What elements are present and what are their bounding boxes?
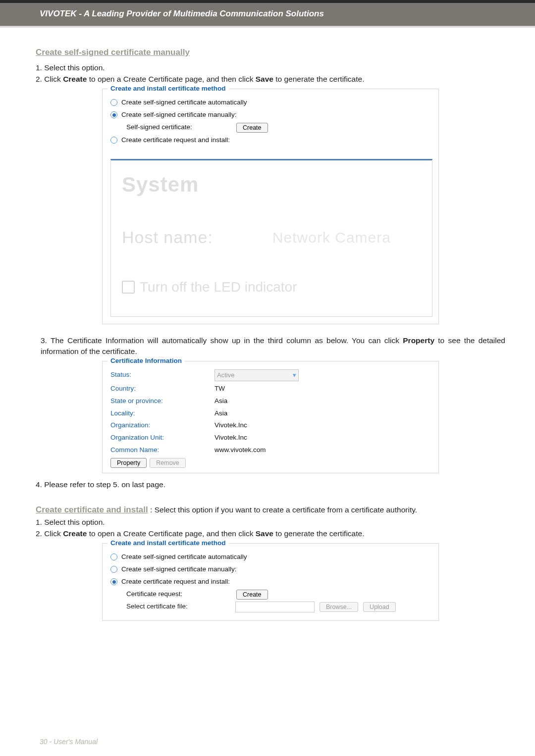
section1-step3: 3. The Certificate Information will auto… bbox=[41, 335, 505, 356]
radio-request-install2-label: Create certificate request and install: bbox=[121, 577, 230, 587]
section1-step4: 4. Please refer to step 5. on last page. bbox=[36, 479, 505, 490]
section2-step1: 1. Select this option. bbox=[36, 517, 505, 528]
section2-step2: 2. Click Create to open a Create Certifi… bbox=[36, 528, 505, 539]
page-header: VIVOTEK - A Leading Provider of Multimed… bbox=[0, 0, 535, 28]
self-signed-label: Self-signed certificate: bbox=[126, 123, 230, 132]
radio-auto2-label: Create self-signed certificate automatic… bbox=[121, 553, 247, 562]
cert-label: Status: bbox=[110, 370, 214, 380]
s2s2b: Create bbox=[63, 529, 87, 538]
self-signed-sub-row: Self-signed certificate: Create bbox=[126, 123, 432, 133]
file-path-input[interactable] bbox=[235, 602, 315, 612]
page-body: Create self-signed certificate manually … bbox=[0, 28, 535, 633]
cert-request-row: Certificate request: Create bbox=[126, 590, 432, 600]
chevron-down-icon: ▾ bbox=[293, 371, 296, 380]
page-footer: 30 - User's Manual bbox=[40, 737, 98, 747]
wm-host-label: Host name: bbox=[122, 226, 213, 250]
s1s2c: to open a Create Certificate page, and t… bbox=[87, 75, 255, 83]
cert-row-country: Country: TW bbox=[110, 384, 431, 394]
radio-request-install[interactable]: Create certificate request and install: bbox=[110, 136, 432, 145]
radio-icon-selected bbox=[110, 578, 117, 585]
s3b: Property bbox=[403, 336, 434, 345]
wm-led-label: Turn off the LED indicator bbox=[140, 277, 297, 297]
radio-icon bbox=[110, 99, 117, 106]
radio-auto[interactable]: Create self-signed certificate automatic… bbox=[110, 98, 432, 107]
cert-buttons-row: Property Remove bbox=[110, 458, 431, 468]
s3a: 3. The Certificate Information will auto… bbox=[41, 336, 403, 345]
cert-label: State or province: bbox=[110, 397, 214, 406]
select-file-row: Select certificate file: Browse... Uploa… bbox=[126, 602, 432, 612]
radio-manual[interactable]: Create self-signed certificate manually: bbox=[110, 110, 432, 120]
select-file-label: Select certificate file: bbox=[126, 602, 230, 611]
radio-manual2-label: Create self-signed certificate manually: bbox=[121, 565, 237, 574]
cert-value: TW bbox=[214, 384, 225, 394]
status-dropdown[interactable]: Active ▾ bbox=[214, 369, 299, 381]
status-value: Active bbox=[217, 371, 234, 380]
fieldset1-legend: Create and install certificate method bbox=[107, 84, 229, 94]
certificate-information-fieldset: Certificate Information Status: Active ▾… bbox=[102, 361, 439, 474]
s1s2e: to generate the certificate. bbox=[273, 75, 365, 83]
cert-label: Country: bbox=[110, 384, 214, 394]
remove-button[interactable]: Remove bbox=[150, 458, 186, 468]
radio-icon-selected bbox=[110, 111, 117, 118]
cert-value: Asia bbox=[214, 397, 227, 406]
radio-icon bbox=[110, 554, 117, 560]
section2-title: Create certificate and install bbox=[36, 505, 148, 514]
cert-row-state: State or province: Asia bbox=[110, 397, 431, 406]
wm-led-checkbox-row: Turn off the LED indicator bbox=[122, 277, 421, 297]
section1-step1: 1. Select this option. bbox=[36, 62, 505, 73]
cert-label: Organization Unit: bbox=[110, 433, 214, 443]
section2-desc: : Select this option if you want to crea… bbox=[148, 505, 417, 514]
create-button2[interactable]: Create bbox=[236, 590, 268, 600]
s1s2d: Save bbox=[256, 75, 273, 83]
checkbox-icon bbox=[122, 281, 135, 294]
wm-host-row: Host name: Network Camera bbox=[122, 226, 421, 250]
radio-icon bbox=[110, 566, 117, 573]
section2: Create certificate and install : Select … bbox=[36, 504, 505, 516]
section1-title: Create self-signed certificate manually bbox=[36, 47, 505, 58]
cert-label: Common Name: bbox=[110, 446, 214, 455]
cert-value: Vivotek.Inc bbox=[214, 421, 247, 430]
fieldset2-legend: Create and install certificate method bbox=[107, 539, 229, 548]
cert-value: Vivotek.Inc bbox=[214, 433, 247, 443]
radio-manual-label: Create self-signed certificate manually: bbox=[121, 110, 237, 120]
cert-info-legend: Certificate Information bbox=[107, 356, 185, 366]
cert-row-status: Status: Active ▾ bbox=[110, 369, 431, 381]
s1s2b: Create bbox=[63, 75, 87, 83]
s2s2e: to generate the certificate. bbox=[273, 529, 365, 538]
watermark-system-panel: System Host name: Network Camera Turn of… bbox=[110, 159, 432, 317]
s1s2a: 2. Click bbox=[36, 75, 63, 83]
s2s2a: 2. Click bbox=[36, 529, 63, 538]
cert-label: Organization: bbox=[110, 421, 214, 430]
radio-manual2[interactable]: Create self-signed certificate manually: bbox=[110, 565, 432, 574]
screenshot-fieldset1-wrap: Create and install certificate method Cr… bbox=[102, 89, 439, 324]
cert-row-org: Organization: Vivotek.Inc bbox=[110, 421, 431, 430]
property-button[interactable]: Property bbox=[110, 458, 147, 468]
s2s2c: to open a Create Certificate page, and t… bbox=[87, 529, 255, 538]
screenshot-fieldset2-wrap: Create and install certificate method Cr… bbox=[102, 543, 439, 621]
radio-auto2[interactable]: Create self-signed certificate automatic… bbox=[110, 553, 432, 562]
cert-info-wrap: Certificate Information Status: Active ▾… bbox=[102, 361, 439, 474]
cert-request-label: Certificate request: bbox=[126, 590, 230, 599]
radio-auto-label: Create self-signed certificate automatic… bbox=[121, 98, 247, 107]
radio-icon bbox=[110, 137, 117, 144]
wm-system: System bbox=[122, 170, 421, 200]
cert-value: www.vivotek.com bbox=[214, 446, 266, 455]
create-button[interactable]: Create bbox=[236, 123, 268, 133]
s2s2d: Save bbox=[256, 529, 273, 538]
create-install-cert-method-fieldset: Create and install certificate method Cr… bbox=[102, 89, 439, 324]
cert-value: Asia bbox=[214, 409, 227, 418]
create-install-cert-method-fieldset2: Create and install certificate method Cr… bbox=[102, 543, 439, 621]
radio-request-install2[interactable]: Create certificate request and install: bbox=[110, 577, 432, 587]
upload-button[interactable]: Upload bbox=[363, 602, 396, 612]
cert-label: Locality: bbox=[110, 409, 214, 418]
cert-row-cn: Common Name: www.vivotek.com bbox=[110, 446, 431, 455]
radio-request-install-label: Create certificate request and install: bbox=[121, 136, 230, 145]
section1-step2: 2. Click Create to open a Create Certifi… bbox=[36, 74, 505, 85]
wm-network-camera: Network Camera bbox=[272, 227, 391, 248]
header-brand: VIVOTEK - A Leading Provider of Multimed… bbox=[0, 3, 535, 26]
browse-button[interactable]: Browse... bbox=[320, 602, 358, 612]
cert-row-orgunit: Organization Unit: Vivotek.Inc bbox=[110, 433, 431, 443]
cert-row-locality: Locality: Asia bbox=[110, 409, 431, 418]
